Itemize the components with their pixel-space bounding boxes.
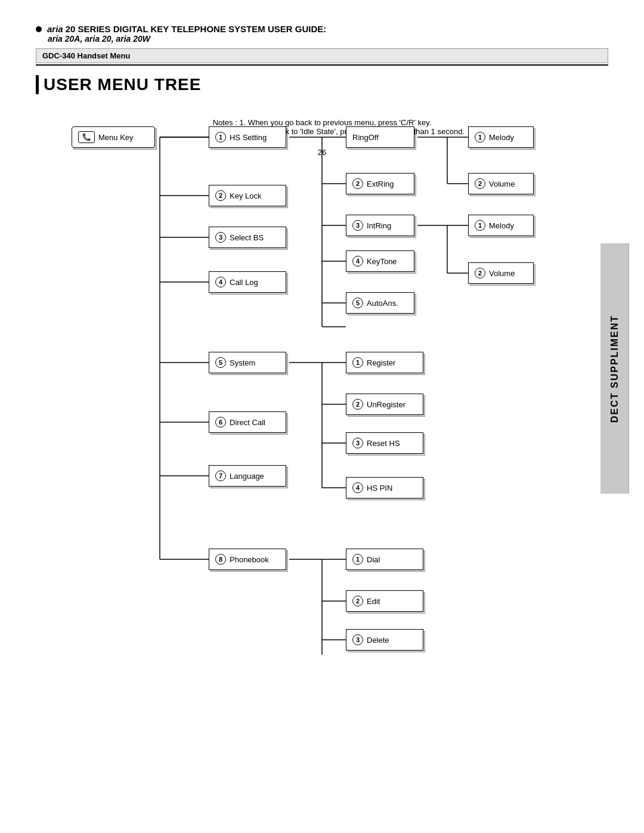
hs-setting-label: HS Setting xyxy=(230,133,267,142)
header-subtitle: aria 20A, aria 20, aria 20W xyxy=(48,34,608,44)
bullet-icon xyxy=(36,26,42,32)
num-2-ext-circle: 2 xyxy=(352,178,363,189)
auto-ans-label: AutoAns. xyxy=(367,299,398,308)
unregister-label: UnRegister xyxy=(367,400,405,409)
select-bs-label: Select BS xyxy=(230,233,264,242)
reset-hs-label: Reset HS xyxy=(367,439,400,448)
num-4-key-circle: 4 xyxy=(352,256,363,267)
num-1-dial-circle: 1 xyxy=(352,554,363,565)
select-bs-box: 3 Select BS xyxy=(209,227,286,248)
key-tone-box: 4 KeyTone xyxy=(346,250,414,272)
num-6-circle: 6 xyxy=(215,417,226,428)
num-3-int-circle: 3 xyxy=(352,220,363,231)
register-label: Register xyxy=(367,358,395,367)
direct-call-box: 6 Direct Call xyxy=(209,411,286,433)
num-4-pin-circle: 4 xyxy=(352,482,363,493)
ext-ring-box: 2 ExtRing xyxy=(346,173,414,194)
menu-key-box: 📞 Menu Key xyxy=(72,126,155,148)
melody-2-box: 1 Melody xyxy=(468,215,534,236)
num-1-melody1-circle: 1 xyxy=(475,132,485,143)
int-ring-box: 3 IntRing xyxy=(346,215,414,236)
num-8-circle: 8 xyxy=(215,554,226,565)
edit-label: Edit xyxy=(367,597,380,606)
call-log-label: Call Log xyxy=(230,278,258,287)
hs-setting-box: 1 HS Setting xyxy=(209,126,286,148)
num-2-edit-circle: 2 xyxy=(352,596,363,606)
num-3-reset-circle: 3 xyxy=(352,438,363,448)
key-tone-label: KeyTone xyxy=(367,257,397,266)
ext-ring-label: ExtRing xyxy=(367,179,394,188)
num-1-melody2-circle: 1 xyxy=(475,220,485,231)
num-2-circle: 2 xyxy=(215,190,226,201)
note-line1: Notes : 1. When you go back to previous … xyxy=(36,118,608,127)
volume-1-box: 2 Volume xyxy=(468,173,534,194)
menu-key-label: Menu Key xyxy=(98,133,134,142)
dial-label: Dial xyxy=(367,555,380,564)
num-5-circle: 5 xyxy=(215,357,226,368)
num-7-circle: 7 xyxy=(215,470,226,481)
num-3-delete-circle: 3 xyxy=(352,634,363,645)
melody-1-box: 1 Melody xyxy=(468,126,534,148)
brand-name: aria xyxy=(47,24,63,34)
register-box: 1 Register xyxy=(346,352,423,373)
int-ring-label: IntRing xyxy=(367,221,391,230)
language-box: 7 Language xyxy=(209,465,286,487)
key-lock-box: 2 Key Lock xyxy=(209,185,286,206)
num-2-volume1-circle: 2 xyxy=(475,178,485,189)
phonebook-box: 8 Phonebook xyxy=(209,549,286,570)
system-box: 5 System xyxy=(209,352,286,373)
page-number: 26 xyxy=(36,148,608,157)
num-5-auto-circle: 5 xyxy=(352,298,363,308)
section-label: GDC-340 Handset Menu xyxy=(36,48,608,63)
side-tab: DECT SUPPLIMENT xyxy=(600,243,629,494)
melody-1-label: Melody xyxy=(489,133,514,142)
num-2-volume2-circle: 2 xyxy=(475,268,485,278)
edit-box: 2 Edit xyxy=(346,590,423,612)
num-1-circle: 1 xyxy=(215,132,226,143)
header: aria 20 SERIES DIGITAL KEY TELEPHONE SYS… xyxy=(36,24,608,44)
dial-box: 1 Dial xyxy=(346,549,423,570)
volume-2-box: 2 Volume xyxy=(468,262,534,284)
direct-call-label: Direct Call xyxy=(230,418,265,427)
divider xyxy=(36,64,608,66)
delete-label: Delete xyxy=(367,636,389,645)
hs-pin-box: 4 HS PIN xyxy=(346,477,423,498)
delete-box: 3 Delete xyxy=(346,629,423,651)
ring-off-box: RingOff xyxy=(346,126,414,148)
series-text: 20 SERIES DIGITAL KEY TELEPHONE SYSTEM U… xyxy=(66,24,327,34)
phonebook-label: Phonebook xyxy=(230,555,269,564)
num-1-reg-circle: 1 xyxy=(352,357,363,368)
call-log-box: 4 Call Log xyxy=(209,271,286,293)
language-label: Language xyxy=(230,472,264,481)
header-title: aria 20 SERIES DIGITAL KEY TELEPHONE SYS… xyxy=(36,24,608,34)
reset-hs-box: 3 Reset HS xyxy=(346,432,423,454)
page-title: USER MENU TREE xyxy=(36,75,608,94)
hs-pin-label: HS PIN xyxy=(367,484,392,493)
num-2-unreg-circle: 2 xyxy=(352,399,363,410)
volume-2-label: Volume xyxy=(489,269,515,278)
system-label: System xyxy=(230,358,255,367)
auto-ans-box: 5 AutoAns. xyxy=(346,292,414,314)
volume-1-label: Volume xyxy=(489,179,515,188)
ring-off-label: RingOff xyxy=(352,133,379,142)
melody-2-label: Melody xyxy=(489,221,514,230)
phone-icon: 📞 xyxy=(78,131,95,143)
unregister-box: 2 UnRegister xyxy=(346,394,423,415)
num-4-circle: 4 xyxy=(215,277,226,287)
key-lock-label: Key Lock xyxy=(230,191,261,200)
num-3-circle: 3 xyxy=(215,232,226,243)
